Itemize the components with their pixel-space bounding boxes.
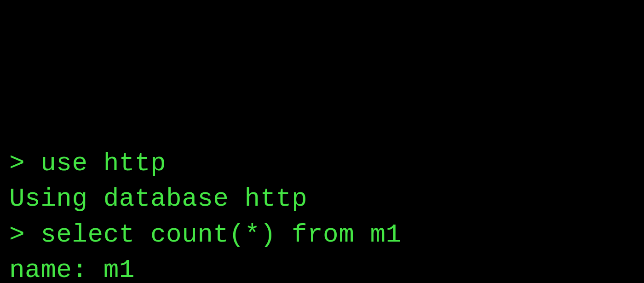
terminal-prompt-line[interactable]: > use http [9,146,635,181]
terminal-output-line: name: m1 [9,253,635,283]
terminal-prompt-line[interactable]: > select count(*) from m1 [9,217,635,253]
terminal-output-line: Using database http [9,181,635,217]
